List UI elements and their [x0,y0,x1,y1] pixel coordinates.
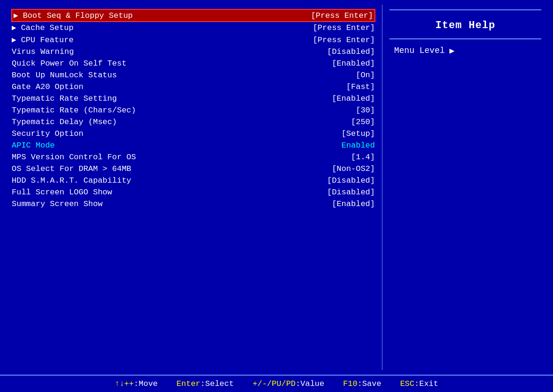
bios-menu-item-cpu-feature[interactable]: ▶CPU Feature[Press Enter] [12,34,375,46]
bios-right-panel: Item Help Menu Level ▶ [382,5,548,370]
bios-menu-item-os-select[interactable]: OS Select For DRAM > 64MB[Non-OS2] [12,163,375,175]
status-desc: :Value [296,379,324,388]
bios-menu-item-hdd-smart[interactable]: HDD S.M.A.R.T. Capability[Disabled] [12,175,375,186]
bios-item-value-os-select: [Non-OS2] [332,164,375,173]
bios-menu-item-typematic-rate-chars[interactable]: Typematic Rate (Chars/Sec)[30] [12,104,375,116]
bios-menu-item-typematic-delay[interactable]: Typematic Delay (Msec)[250] [12,116,375,128]
bios-item-value-typematic-rate-setting: [Enabled] [332,94,375,103]
bios-menu-item-security-option[interactable]: Security Option[Setup] [12,128,375,140]
statusbar-item: +/-/PU/PD:Value [253,379,324,388]
bios-item-value-gate-a20: [Fast] [346,82,375,91]
bios-menu-item-mps-version[interactable]: MPS Version Control For OS[1.4] [12,151,375,163]
bios-menu-item-typematic-rate-setting[interactable]: Typematic Rate Setting[Enabled] [12,93,375,104]
bios-item-label-cache-setup: ▶Cache Setup [12,23,313,32]
bios-item-value-full-screen-logo: [Disabled] [327,188,375,197]
bios-item-label-boot-seq-floppy: ▶Boot Seq & Floppy Setup [14,11,311,20]
bios-item-value-virus-warning: [Disabled] [327,47,375,56]
submenu-arrow-icon: ▶ [12,35,16,44]
statusbar-item: ESC:Exit [400,379,439,388]
bios-menu-item-quick-power[interactable]: Quick Power On Self Test[Enabled] [12,58,375,69]
status-desc: :Select [201,379,234,388]
statusbar-item: Enter:Select [177,379,234,388]
bios-item-label-gate-a20: Gate A20 Option [12,82,346,91]
bios-main: ▶Boot Seq & Floppy Setup[Press Enter]▶Ca… [0,0,553,375]
bios-menu-item-summary-screen[interactable]: Summary Screen Show[Enabled] [12,198,375,210]
bios-item-label-quick-power: Quick Power On Self Test [12,59,332,68]
bios-item-label-mps-version: MPS Version Control For OS [12,153,351,162]
bios-menu-item-gate-a20[interactable]: Gate A20 Option[Fast] [12,81,375,93]
bios-item-value-security-option: [Setup] [342,129,375,138]
bios-screen: ▶Boot Seq & Floppy Setup[Press Enter]▶Ca… [0,0,553,392]
bios-statusbar: ↑↓++:MoveEnter:Select+/-/PU/PD:ValueF10:… [0,375,553,392]
item-help-title: Item Help [389,14,541,38]
menu-level-arrow: ▶ [449,45,455,56]
bios-menu-item-boot-seq-floppy[interactable]: ▶Boot Seq & Floppy Setup[Press Enter] [12,9,375,22]
status-key: ESC [400,379,415,388]
bios-item-label-typematic-rate-chars: Typematic Rate (Chars/Sec) [12,106,356,115]
bios-item-value-typematic-rate-chars: [30] [356,106,375,115]
bios-item-label-typematic-delay: Typematic Delay (Msec) [12,118,351,126]
bios-left-panel: ▶Boot Seq & Floppy Setup[Press Enter]▶Ca… [5,5,382,370]
status-key: Enter [177,379,201,388]
bios-item-label-apic-mode: APIC Mode [12,141,342,150]
bios-item-label-full-screen-logo: Full Screen LOGO Show [12,188,327,197]
bios-item-value-boot-numlock: [On] [356,71,375,80]
status-desc: :Exit [414,379,438,388]
submenu-arrow-icon: ▶ [12,23,16,32]
bios-item-value-hdd-smart: [Disabled] [327,176,375,185]
bios-menu-item-apic-mode[interactable]: APIC ModeEnabled [12,140,375,151]
bios-item-label-summary-screen: Summary Screen Show [12,200,332,208]
bios-menu-item-cache-setup[interactable]: ▶Cache Setup[Press Enter] [12,22,375,34]
bios-item-label-security-option: Security Option [12,129,342,138]
bios-item-label-hdd-smart: HDD S.M.A.R.T. Capability [12,176,327,185]
status-key: F10 [343,379,358,388]
status-key: ↑↓++ [115,379,134,388]
bios-menu-item-boot-numlock[interactable]: Boot Up NumLock Status[On] [12,69,375,81]
status-desc: :Save [358,379,381,388]
menu-level-row: Menu Level ▶ [389,43,541,58]
bios-item-value-quick-power: [Enabled] [332,59,375,68]
status-desc: :Move [134,379,158,388]
bios-item-value-summary-screen: [Enabled] [332,200,375,208]
submenu-arrow-icon: ▶ [14,11,18,20]
bios-menu-item-full-screen-logo[interactable]: Full Screen LOGO Show[Disabled] [12,186,375,198]
bios-item-value-cache-setup: [Press Enter] [313,23,375,32]
bios-item-value-mps-version: [1.4] [351,153,375,162]
bios-item-label-virus-warning: Virus Warning [12,47,327,56]
bios-item-value-typematic-delay: [250] [351,118,375,126]
menu-level-label: Menu Level [394,46,445,55]
bios-item-value-apic-mode: Enabled [342,141,375,150]
bios-item-value-cpu-feature: [Press Enter] [313,36,375,44]
bios-menu-item-virus-warning[interactable]: Virus Warning[Disabled] [12,46,375,58]
bios-item-label-cpu-feature: ▶CPU Feature [12,35,313,44]
bios-item-value-boot-seq-floppy: [Press Enter] [311,11,373,20]
bios-item-label-typematic-rate-setting: Typematic Rate Setting [12,94,332,103]
bios-item-label-os-select: OS Select For DRAM > 64MB [12,164,332,173]
statusbar-item: F10:Save [343,379,381,388]
status-key: +/-/PU/PD [253,379,296,388]
statusbar-item: ↑↓++:Move [115,379,158,388]
bios-item-label-boot-numlock: Boot Up NumLock Status [12,71,356,80]
